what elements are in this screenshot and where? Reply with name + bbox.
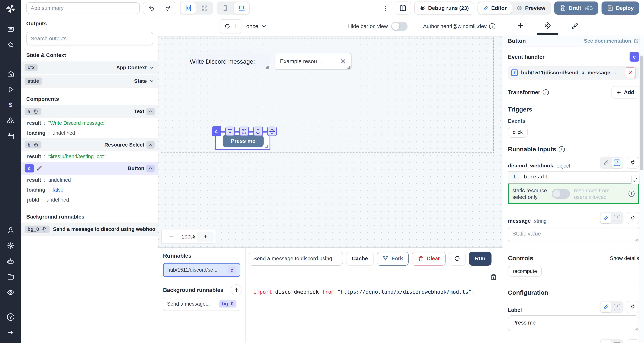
runs-play-icon[interactable] xyxy=(0,82,21,97)
remove-runnable-button[interactable] xyxy=(624,68,636,78)
clear-x-icon[interactable] xyxy=(340,58,346,65)
undo-button[interactable] xyxy=(143,2,160,14)
run-button[interactable]: Run xyxy=(469,252,492,266)
fullscreen-button[interactable] xyxy=(197,2,212,14)
deploy-button[interactable]: Deploy xyxy=(602,2,639,14)
plug-icon[interactable] xyxy=(627,212,639,224)
pencil-icon[interactable] xyxy=(36,166,42,171)
tab-insert-plus-icon[interactable] xyxy=(509,16,533,34)
see-documentation-link[interactable]: See documentation xyxy=(584,38,639,44)
zoom-out-button[interactable]: − xyxy=(163,232,179,242)
workers-robot-icon[interactable] xyxy=(0,254,21,269)
right-panel-scrollbar[interactable] xyxy=(640,35,644,343)
chevron-down-icon[interactable] xyxy=(149,78,154,84)
plug-icon[interactable] xyxy=(627,157,639,169)
info-icon[interactable]: i xyxy=(628,191,634,197)
output-row-state[interactable]: state State xyxy=(21,74,158,88)
search-outputs-input[interactable] xyxy=(31,36,148,42)
connect-function-icon[interactable]: f xyxy=(612,158,622,168)
audit-eye-icon[interactable] xyxy=(0,284,21,300)
connect-function-icon[interactable]: f xyxy=(612,340,622,343)
output-row-ctx[interactable]: ctx App Context xyxy=(21,61,158,74)
message-static-input[interactable]: Static value xyxy=(508,226,639,242)
resize-handle[interactable] xyxy=(348,66,350,69)
collapse-arrow-icon[interactable] xyxy=(0,325,21,340)
plug-icon[interactable] xyxy=(627,301,639,313)
recompute-chip[interactable]: recompute xyxy=(508,266,542,276)
static-pencil-icon[interactable] xyxy=(600,213,612,223)
apps-grid-icon[interactable] xyxy=(0,21,21,37)
desktop-view-button[interactable] xyxy=(234,2,250,14)
static-pencil-icon[interactable] xyxy=(600,340,612,343)
chevron-down-icon[interactable] xyxy=(149,65,154,70)
copy-code-icon[interactable] xyxy=(490,274,497,280)
more-options-kebab-icon[interactable]: ⋮ xyxy=(380,4,391,12)
app-summary-input[interactable] xyxy=(26,2,140,14)
cache-button[interactable]: Cache xyxy=(346,252,374,266)
background-runnable-item[interactable]: Send a message... bg_0 xyxy=(163,297,240,311)
plug-icon[interactable] xyxy=(627,339,639,343)
background-runnable-row[interactable]: bg_0 Send a message to discord using web… xyxy=(21,222,158,236)
resource-mode-toggle[interactable] xyxy=(552,189,570,199)
resize-handle[interactable] xyxy=(266,66,268,68)
tab-settings-diamond-icon[interactable] xyxy=(536,16,560,34)
scrollbar-thumb[interactable] xyxy=(640,56,643,170)
label-value-input[interactable]: Press me xyxy=(508,316,639,331)
resize-handle[interactable] xyxy=(265,145,268,148)
expand-icon[interactable] xyxy=(240,126,249,136)
debug-runs-button[interactable]: Debug runs (23) xyxy=(414,2,474,14)
hide-bar-toggle[interactable] xyxy=(391,22,408,31)
collapse-chevron-up-icon[interactable] xyxy=(146,165,154,172)
expand-editor-icon[interactable] xyxy=(631,176,640,184)
clear-button[interactable]: Clear xyxy=(412,252,446,266)
tab-editor[interactable]: Editor xyxy=(478,2,512,14)
fork-button[interactable]: Fork xyxy=(377,252,409,266)
static-pencil-icon[interactable] xyxy=(600,302,612,312)
zoom-in-button[interactable]: + xyxy=(197,232,214,242)
static-pencil-icon[interactable] xyxy=(600,158,612,168)
add-background-runnable-button[interactable] xyxy=(231,284,242,295)
favorites-star-icon[interactable] xyxy=(0,37,21,52)
tab-styling-brush-icon[interactable] xyxy=(563,16,587,34)
component-row-a[interactable]: a Text xyxy=(21,104,158,118)
schedules-calendar-icon[interactable] xyxy=(0,128,21,144)
refresh-count-button[interactable]: 1 xyxy=(220,20,241,34)
folders-icon[interactable] xyxy=(0,269,21,285)
home-icon[interactable] xyxy=(0,66,21,82)
draft-button[interactable]: Draft ⌘S xyxy=(554,2,598,14)
insert-below-icon[interactable] xyxy=(226,126,235,136)
code-block[interactable]: import discordwebhook from "https://deno… xyxy=(246,269,503,343)
add-transformer-button[interactable]: Add xyxy=(611,86,639,98)
collapse-chevron-up-icon[interactable] xyxy=(146,108,154,115)
variables-dollar-icon[interactable]: $ xyxy=(0,97,21,113)
resources-cubes-icon[interactable] xyxy=(0,113,21,128)
runnable-picker[interactable]: f hub/1511/discord/send_a_message_... xyxy=(508,66,639,80)
align-center-button[interactable] xyxy=(180,2,196,14)
redo-button[interactable] xyxy=(160,2,176,14)
info-icon[interactable]: i xyxy=(543,89,549,96)
info-icon[interactable]: i xyxy=(558,146,565,152)
component-row-c[interactable]: c Button xyxy=(21,162,158,175)
help-icon[interactable]: ? xyxy=(0,309,21,325)
mobile-view-button[interactable] xyxy=(218,2,233,14)
user-icon[interactable] xyxy=(0,222,21,238)
event-click-chip[interactable]: click xyxy=(508,127,528,138)
schedule-dropdown[interactable]: once xyxy=(246,23,267,30)
connect-function-icon[interactable]: f xyxy=(612,302,622,312)
refresh-code-button[interactable] xyxy=(449,252,466,266)
move-icon[interactable] xyxy=(267,126,277,136)
connect-function-icon[interactable]: f xyxy=(612,213,622,223)
button-component[interactable]: Press me xyxy=(222,134,264,147)
windmill-logo-icon[interactable] xyxy=(5,3,16,14)
script-name-input[interactable] xyxy=(249,252,343,266)
tab-preview[interactable]: Preview xyxy=(512,2,550,14)
anchor-icon[interactable] xyxy=(253,126,263,136)
collapse-chevron-up-icon[interactable] xyxy=(146,141,154,148)
text-component[interactable]: Write Discord message: xyxy=(189,54,270,70)
info-icon[interactable]: i xyxy=(489,23,495,29)
settings-gear-icon[interactable] xyxy=(0,238,21,254)
component-row-b[interactable]: b Resource Select xyxy=(21,138,158,152)
discord-webhook-expression[interactable]: 1 b.result xyxy=(508,171,639,182)
app-canvas[interactable]: Write Discord message: Example resou... … xyxy=(158,36,503,247)
resource-select-component[interactable]: Example resou... xyxy=(275,53,352,70)
